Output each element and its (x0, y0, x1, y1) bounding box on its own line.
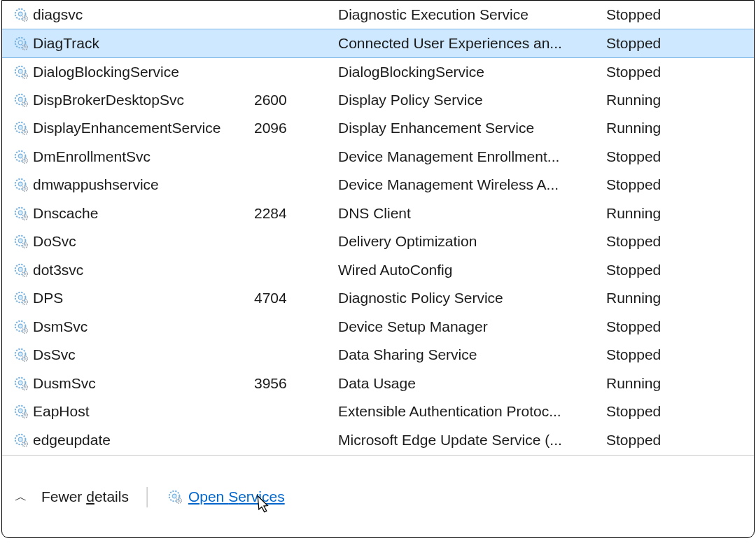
service-pid (254, 313, 330, 341)
service-status: Running (606, 114, 754, 143)
svg-point-43 (24, 301, 26, 303)
service-status: Stopped (606, 57, 754, 86)
svg-point-23 (24, 160, 26, 162)
service-description: Device Management Enrollment... (330, 143, 606, 171)
service-row[interactable]: DoSvcDelivery OptimizationStopped (2, 227, 754, 256)
service-description: Data Usage (330, 369, 606, 398)
service-row[interactable]: EapHostExtensible Authentication Protoc.… (2, 397, 754, 426)
gear-icon (13, 376, 29, 391)
svg-point-55 (24, 386, 26, 388)
gear-icon (13, 347, 29, 362)
service-description: Extensible Authentication Protoc... (330, 397, 606, 426)
service-description: DialogBlockingService (330, 57, 606, 86)
svg-point-63 (24, 443, 26, 445)
service-status: Stopped (606, 143, 754, 171)
chevron-up-icon[interactable]: ︿ (15, 488, 27, 505)
service-status: Stopped (606, 256, 754, 285)
gear-icon (13, 36, 29, 51)
gear-icon (13, 290, 29, 306)
open-services-link[interactable]: Open Services (167, 488, 285, 505)
service-pid (254, 29, 330, 58)
svg-point-17 (18, 125, 22, 129)
svg-point-35 (24, 244, 26, 246)
service-pid: 4704 (254, 284, 330, 313)
service-row[interactable]: dmwappushserviceDevice Management Wirele… (2, 171, 754, 199)
service-description: Device Management Wireless A... (330, 171, 606, 199)
svg-point-25 (18, 182, 22, 186)
gear-icon (13, 177, 29, 192)
service-description: DNS Client (330, 199, 606, 228)
service-row[interactable]: Dnscache2284DNS ClientRunning (2, 199, 754, 228)
svg-point-5 (18, 41, 22, 45)
service-status: Running (606, 86, 754, 115)
svg-point-19 (24, 131, 26, 133)
service-pid (254, 171, 330, 199)
service-row[interactable]: dot3svcWired AutoConfigStopped (2, 256, 754, 285)
service-name: EapHost (33, 403, 90, 420)
svg-point-3 (24, 17, 26, 20)
gear-icon (13, 432, 29, 448)
service-description: Connected User Experiences an... (330, 29, 606, 58)
svg-point-1 (18, 12, 22, 16)
svg-point-47 (24, 330, 26, 332)
gear-icon (13, 404, 29, 419)
service-description: Microsoft Edge Update Service (... (330, 426, 606, 455)
svg-point-41 (18, 295, 22, 299)
service-row[interactable]: DPS4704Diagnostic Policy ServiceRunning (2, 284, 754, 313)
service-status: Stopped (606, 341, 754, 369)
service-row[interactable]: DisplayEnhancementService2096Display Enh… (2, 114, 754, 143)
service-pid: 2600 (254, 86, 330, 115)
service-pid (254, 426, 330, 455)
gear-icon (13, 64, 29, 80)
svg-point-61 (18, 437, 22, 442)
svg-point-57 (18, 409, 22, 413)
service-pid (254, 341, 330, 369)
service-name: DisplayEnhancementService (33, 120, 220, 136)
service-row[interactable]: DiagTrackConnected User Experiences an..… (2, 29, 754, 58)
gear-icon (13, 234, 29, 249)
service-row[interactable]: DusmSvc3956Data UsageRunning (2, 369, 754, 398)
service-status: Stopped (606, 29, 754, 58)
service-description: Wired AutoConfig (330, 256, 606, 285)
svg-point-31 (24, 216, 26, 218)
service-name: edgeupdate (33, 432, 111, 449)
service-description: Diagnostic Policy Service (330, 284, 606, 313)
service-status: Stopped (606, 171, 754, 199)
fewer-details-link[interactable]: Fewer details (41, 488, 129, 505)
svg-point-49 (18, 352, 22, 356)
gear-icon (13, 149, 29, 164)
gear-icon (13, 7, 29, 22)
svg-point-53 (18, 381, 22, 385)
service-row[interactable]: DsSvcData Sharing ServiceStopped (2, 341, 754, 369)
svg-point-15 (24, 103, 26, 105)
divider: │ (143, 487, 153, 507)
svg-point-65 (172, 494, 176, 498)
service-row[interactable]: DispBrokerDesktopSvc2600Display Policy S… (2, 86, 754, 115)
service-name: diagsvc (33, 6, 83, 23)
service-row[interactable]: edgeupdateMicrosoft Edge Update Service … (2, 426, 754, 455)
service-status: Stopped (606, 426, 754, 455)
service-name: DPS (33, 290, 63, 306)
services-table[interactable]: diagsvcDiagnostic Execution ServiceStopp… (2, 1, 754, 454)
service-row[interactable]: DialogBlockingServiceDialogBlockingServi… (2, 57, 754, 86)
service-row[interactable]: diagsvcDiagnostic Execution ServiceStopp… (2, 1, 754, 29)
service-description: Delivery Optimization (330, 227, 606, 256)
service-name: DoSvc (33, 233, 76, 250)
service-name: Dnscache (33, 205, 98, 222)
service-description: Diagnostic Execution Service (330, 1, 606, 29)
service-name: dmwappushservice (33, 176, 159, 193)
svg-point-67 (178, 500, 180, 502)
gear-icon (167, 489, 183, 505)
service-name: DispBrokerDesktopSvc (33, 92, 184, 108)
svg-point-59 (24, 414, 26, 416)
svg-point-9 (18, 69, 22, 73)
service-pid: 2284 (254, 199, 330, 228)
service-description: Data Sharing Service (330, 341, 606, 369)
service-pid (254, 397, 330, 426)
service-row[interactable]: DsmSvcDevice Setup ManagerStopped (2, 313, 754, 341)
service-status: Stopped (606, 227, 754, 256)
service-row[interactable]: DmEnrollmentSvcDevice Management Enrollm… (2, 143, 754, 171)
service-status: Running (606, 284, 754, 313)
service-name: dot3svc (33, 262, 83, 278)
gear-icon (13, 262, 29, 278)
